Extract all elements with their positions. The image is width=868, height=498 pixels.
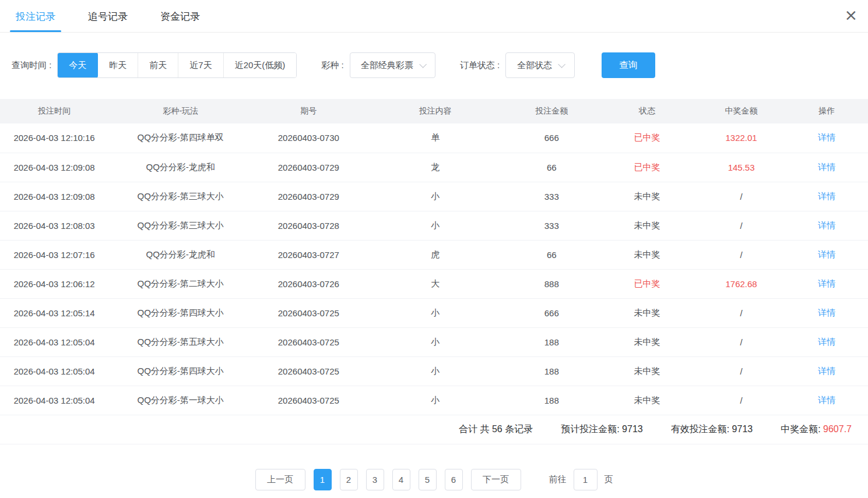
page-jump: 前往 页: [549, 469, 613, 490]
table-header-row: 投注时间 彩种-玩法 期号 投注内容 投注金额 状态 中奖金额 操作: [0, 99, 868, 123]
time-option-1[interactable]: 昨天: [97, 53, 138, 77]
action-cell: 详情: [786, 211, 868, 240]
bet-content-cell: 虎: [364, 240, 506, 269]
summary-win-amount: 中奖金额: 9607.7: [781, 423, 852, 436]
action-cell: 详情: [786, 123, 868, 153]
detail-link[interactable]: 详情: [818, 132, 835, 142]
time-option-3[interactable]: 近7天: [178, 53, 223, 77]
pagination: 上一页 123456 下一页 前往 页: [0, 469, 868, 490]
bet-time-cell: 2026-04-03 12:09:08: [0, 182, 108, 211]
detail-link[interactable]: 详情: [818, 220, 835, 230]
issue-cell: 20260403-0725: [252, 386, 364, 415]
issue-cell: 20260403-0725: [252, 327, 364, 356]
status-cell: 未中奖: [597, 182, 697, 211]
tab-bet-records[interactable]: 投注记录: [15, 1, 57, 31]
detail-link[interactable]: 详情: [818, 162, 835, 172]
col-header-bet-content: 投注内容: [364, 99, 506, 123]
status-cell: 已中奖: [597, 269, 697, 298]
status-cell: 未中奖: [597, 327, 697, 356]
detail-link[interactable]: 详情: [818, 249, 835, 259]
lottery-filter-label: 彩种 :: [321, 60, 343, 71]
table-row: 2026-04-03 12:05:04QQ分分彩-第五球大小20260403-0…: [0, 327, 868, 356]
chevron-down-icon: [419, 61, 427, 68]
bet-content-cell: 小: [364, 211, 506, 240]
page-button-2[interactable]: 2: [340, 469, 358, 490]
action-cell: 详情: [786, 327, 868, 356]
order-status-select-value: 全部状态: [517, 60, 552, 71]
issue-cell: 20260403-0725: [252, 298, 364, 327]
action-cell: 详情: [786, 356, 868, 386]
win-amount-cell: /: [697, 327, 786, 356]
bet-content-cell: 小: [364, 327, 506, 356]
bet-time-cell: 2026-04-03 12:08:03: [0, 211, 108, 240]
close-icon[interactable]: ×: [844, 7, 858, 23]
summary-expected-bet-amount: 预计投注金额: 9713: [561, 423, 642, 436]
win-amount-cell: /: [697, 211, 786, 240]
win-amount-cell: /: [697, 240, 786, 269]
action-cell: 详情: [786, 298, 868, 327]
action-cell: 详情: [786, 182, 868, 211]
detail-link[interactable]: 详情: [818, 337, 835, 347]
bet-content-cell: 小: [364, 298, 506, 327]
win-amount-cell: 1762.68: [697, 269, 786, 298]
bet-time-cell: 2026-04-03 12:05:04: [0, 327, 108, 356]
next-page-button[interactable]: 下一页: [471, 469, 521, 490]
detail-link[interactable]: 详情: [818, 308, 835, 317]
time-option-4[interactable]: 近20天(低频): [223, 53, 297, 77]
lottery-select[interactable]: 全部经典彩票: [350, 52, 435, 78]
bet-amount-cell: 66: [506, 240, 597, 269]
search-button[interactable]: 查询: [602, 52, 655, 78]
col-header-status: 状态: [597, 99, 697, 123]
issue-cell: 20260403-0728: [252, 211, 364, 240]
game-play-cell: QQ分分彩-第三球大小: [108, 182, 252, 211]
time-option-0[interactable]: 今天: [57, 52, 98, 78]
bet-content-cell: 单: [364, 123, 506, 153]
page-button-4[interactable]: 4: [392, 469, 410, 490]
status-cell: 未中奖: [597, 386, 697, 415]
table-row: 2026-04-03 12:05:04QQ分分彩-第四球大小20260403-0…: [0, 356, 868, 386]
col-header-issue: 期号: [252, 99, 364, 123]
page-unit-label: 页: [605, 474, 613, 485]
bet-content-cell: 小: [364, 386, 506, 415]
game-play-cell: QQ分分彩-第四球大小: [108, 356, 252, 386]
issue-cell: 20260403-0727: [252, 240, 364, 269]
game-play-cell: QQ分分彩-第四球大小: [108, 298, 252, 327]
detail-link[interactable]: 详情: [818, 395, 835, 405]
prev-page-button[interactable]: 上一页: [255, 469, 305, 490]
page-button-6[interactable]: 6: [445, 469, 463, 490]
game-play-cell: QQ分分彩-龙虎和: [108, 153, 252, 182]
page-number-input[interactable]: [574, 469, 598, 490]
bet-amount-cell: 333: [506, 211, 597, 240]
bet-amount-cell: 188: [506, 356, 597, 386]
detail-link[interactable]: 详情: [818, 191, 835, 201]
time-range-group: 今天昨天前天近7天近20天(低频): [57, 52, 297, 78]
issue-cell: 20260403-0726: [252, 269, 364, 298]
time-filter-label: 查询时间 :: [12, 60, 51, 71]
page-button-3[interactable]: 3: [366, 469, 384, 490]
tab-fund-records[interactable]: 资金记录: [159, 1, 201, 31]
issue-cell: 20260403-0729: [252, 153, 364, 182]
bet-time-cell: 2026-04-03 12:05:14: [0, 298, 108, 327]
chevron-down-icon: [558, 61, 565, 68]
page-button-5[interactable]: 5: [419, 469, 437, 490]
bet-time-cell: 2026-04-03 12:10:16: [0, 123, 108, 153]
page-button-1[interactable]: 1: [314, 469, 332, 490]
game-play-cell: QQ分分彩-龙虎和: [108, 240, 252, 269]
tab-chase-records[interactable]: 追号记录: [87, 1, 129, 31]
col-header-game-play: 彩种-玩法: [108, 99, 252, 123]
bet-content-cell: 小: [364, 182, 506, 211]
action-cell: 详情: [786, 386, 868, 415]
detail-link[interactable]: 详情: [818, 366, 835, 376]
time-option-2[interactable]: 前天: [138, 53, 178, 77]
win-amount-cell: 1322.01: [697, 123, 786, 153]
col-header-win-amount: 中奖金额: [697, 99, 786, 123]
issue-cell: 20260403-0730: [252, 123, 364, 153]
summary-win-amount-value: 9607.7: [823, 424, 852, 434]
filter-bar: 查询时间 : 今天昨天前天近7天近20天(低频) 彩种 : 全部经典彩票 订单状…: [0, 52, 868, 78]
order-status-select[interactable]: 全部状态: [505, 52, 575, 78]
detail-link[interactable]: 详情: [818, 278, 835, 288]
table-row: 2026-04-03 12:05:04QQ分分彩-第一球大小20260403-0…: [0, 386, 868, 415]
order-status-filter-label: 订单状态 :: [460, 60, 500, 71]
goto-label: 前往: [549, 474, 567, 485]
status-cell: 未中奖: [597, 298, 697, 327]
